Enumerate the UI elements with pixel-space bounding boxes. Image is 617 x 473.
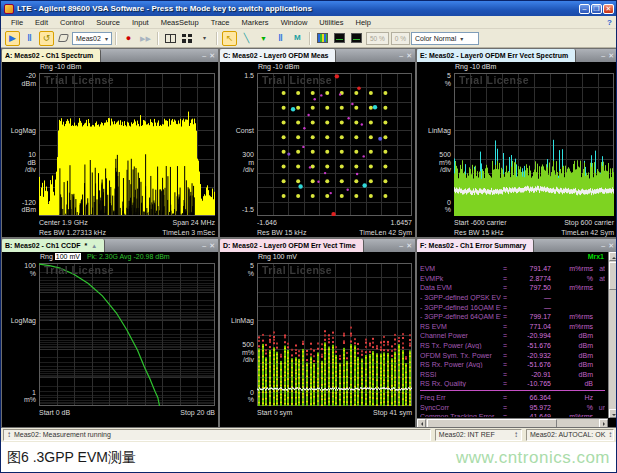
menu-item-utilities[interactable]: Utilities [313,18,349,27]
scroll-left-button[interactable] [417,419,426,428]
tab-panel-a[interactable]: A: Meas02 - Ch1 Spectrum [2,49,101,62]
avg-percent-box[interactable]: 50 % [366,32,389,45]
y-axis-scale-label: LinMag [220,317,254,325]
peak-search-button[interactable]: ▼ [256,31,271,46]
close-button[interactable]: ✕ [603,4,614,14]
close-icon[interactable]: ✕ [406,242,412,249]
tab-panel-b[interactable]: B: Meas02 - Ch1 CCDF * ▲ [2,239,105,252]
panel-a-tabstrip: A: Meas02 - Ch1 Spectrum –✕ [2,49,218,62]
spinner-icon[interactable]: ↕ [514,430,518,440]
row-label: Channel Power [420,332,501,339]
scroll-right-button[interactable] [599,419,608,428]
row-unit: m%rms [551,313,593,320]
panel-c-constellation: C: Meas02 - Layer0 OFDM Meas –✕ Rng -10 … [219,48,416,238]
close-icon[interactable]: ✕ [209,52,215,59]
error-summary-row: RSSI=-20.91dBm [420,370,605,380]
menu-item-meassetup[interactable]: MeasSetup [155,18,205,27]
menu-item-help[interactable]: Help [349,18,376,27]
status-bar: ↕ Meas02: Measurement running Meas02: IN… [1,428,616,442]
res-bw-label: Res BW 1.27313 kHz [39,229,106,236]
scrollbar-thumb[interactable] [427,419,557,428]
scroll-down-button[interactable] [609,409,617,418]
row-unit: % [551,404,593,411]
marker-to-button[interactable]: M [290,31,305,46]
row-eq: = [501,394,509,401]
tab-panel-d[interactable]: D: Meas02 - Layer0 OFDM Err Vect Time [220,239,364,252]
tab-panel-f[interactable]: F: Meas02 - Ch1 Error Summary [417,239,534,252]
pointer-tool-button[interactable]: ↖ [222,31,237,46]
trial-license-watermark: Trial License [262,74,332,86]
color-mode-select[interactable]: Color Normal ▾ [411,32,479,45]
constellation-plot[interactable] [257,73,412,216]
pin-icon[interactable]: – [601,52,605,59]
help-icon[interactable]: ? [607,18,612,27]
menu-item-input[interactable]: Input [126,18,155,27]
row-eq: = [501,265,509,272]
range-value-edit[interactable]: 100 mV [55,253,81,260]
selection-tool-button[interactable] [56,31,71,46]
spectrogram-icon [317,33,328,43]
pin-icon[interactable]: – [399,52,403,59]
close-icon[interactable]: ✕ [608,242,614,249]
close-icon[interactable]: ✕ [209,242,215,249]
layout-split-button[interactable] [163,31,178,46]
tab-panel-e[interactable]: E: Meas02 - Layer0 OFDM Err Vect Spectru… [417,49,576,62]
x-axis-right-label: Span 24 MHz [173,219,215,226]
menu-item-window[interactable]: Window [275,18,314,27]
errvect-spectrum-plot[interactable] [454,73,614,216]
row-eq: = [501,323,509,330]
ccdf-plot[interactable] [39,263,215,406]
minimize-icon[interactable]: – [601,242,605,249]
restart-button[interactable]: ↺ [39,31,54,46]
error-summary-row: Common Tracking Error=41.649m%rms [420,412,605,417]
recall-recording-button[interactable]: ▶▶ [138,31,153,46]
delta-marker-button[interactable]: ╲ [239,31,254,46]
menu-item-edit[interactable]: Edit [29,18,54,27]
toolbar-separator [157,32,159,45]
y-axis-scale-label: LogMag [2,317,36,325]
measurement-select[interactable]: Meas02 ▾ [72,32,112,45]
title-bar[interactable]: LTE - Agilent 89600 VSA Software - Press… [1,1,616,16]
color-mode-value: Color Normal [415,35,456,42]
scroll-up-button[interactable] [609,252,617,261]
close-icon[interactable]: ✕ [406,52,412,59]
restore-button[interactable]: ❐ [591,4,602,14]
row-label: RS Tx. Power (Avg) [420,342,501,349]
panel-e-body: Rng -10 dBm Trial License 5 % LinMag 500… [417,62,617,237]
menu-item-source[interactable]: Source [90,18,126,27]
overlap-percent-box[interactable]: 0 % [391,32,410,45]
measurement-panels: A: Meas02 - Ch1 Spectrum –✕ Rng -10 dBm … [1,48,617,428]
menu-item-file[interactable]: File [5,18,29,27]
minimize-button[interactable]: – [579,4,590,14]
tab-panel-c[interactable]: C: Meas02 - Layer0 OFDM Meas [220,49,336,62]
trace-dark-display-button-1[interactable] [332,31,347,46]
panel-a-spectrum: A: Meas02 - Ch1 Spectrum –✕ Rng -10 dBm … [1,48,219,238]
spinner-icon[interactable]: ↕ [7,430,11,440]
errvect-time-plot[interactable] [257,263,412,406]
res-bw-label: Res BW 15 kHz [454,229,503,236]
scrollbar-thumb[interactable] [609,262,617,290]
pause-button[interactable]: ‖ [22,31,37,46]
row-eq: = [501,371,509,378]
horizontal-scrollbar[interactable] [417,418,608,427]
layout-grid-button[interactable] [180,31,195,46]
record-button[interactable]: ● [121,31,136,46]
trace-dark-display-button-2[interactable] [349,31,364,46]
menu-item-markers[interactable]: Markers [236,18,275,27]
vertical-scrollbar[interactable] [608,252,617,418]
marker-pause-button[interactable]: ‖ [273,31,288,46]
close-icon[interactable]: ✕ [608,52,614,59]
row-unit: dB [551,380,593,387]
panel-c-body: Rng -10 dBm Trial License 1.5 Const 300 … [220,62,415,237]
spectrum-plot[interactable] [39,73,215,216]
play-button[interactable]: ▶ [5,31,20,46]
pin-icon[interactable]: – [202,242,206,249]
spinner-icon[interactable]: ↕ [608,430,612,440]
error-summary-row: EVM=791.47m%rmsat [420,264,605,274]
pin-icon[interactable]: – [202,52,206,59]
menu-item-trace[interactable]: Trace [205,18,236,27]
layout-dropdown-button[interactable]: ▾ [197,31,212,46]
trace-color-display-button[interactable] [315,31,330,46]
minimize-icon[interactable]: – [399,242,403,249]
menu-item-control[interactable]: Control [54,18,90,27]
